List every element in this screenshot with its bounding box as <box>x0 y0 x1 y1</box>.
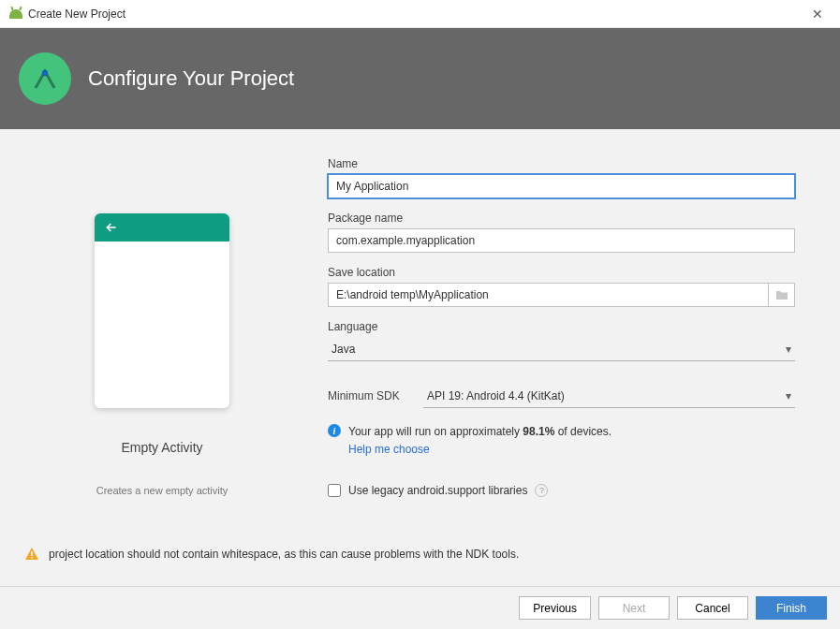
help-icon[interactable]: ? <box>535 484 548 497</box>
minsdk-value: API 19: Android 4.4 (KitKat) <box>427 389 565 402</box>
package-input[interactable] <box>328 228 795 253</box>
info-percentage: 98.1% <box>523 425 554 438</box>
browse-folder-button[interactable] <box>769 283 795 307</box>
warning-icon <box>24 547 39 562</box>
template-preview-panel: Empty Activity Creates a new empty activ… <box>45 157 279 537</box>
info-text-suffix: of devices. <box>554 425 612 438</box>
legacy-libraries-label: Use legacy android.support libraries <box>348 484 527 497</box>
name-label: Name <box>328 157 795 170</box>
button-bar: Previous Next Cancel Finish <box>0 586 840 629</box>
page-header: Configure Your Project <box>0 28 840 129</box>
close-icon[interactable]: ✕ <box>804 3 831 25</box>
phone-preview <box>95 213 229 408</box>
window-title: Create New Project <box>28 7 125 21</box>
help-me-choose-link[interactable]: Help me choose <box>348 441 612 458</box>
warning-message: project location should not contain whit… <box>0 547 840 586</box>
location-input[interactable] <box>328 283 769 307</box>
page-title: Configure Your Project <box>88 66 294 91</box>
titlebar: Create New Project ✕ <box>0 0 840 28</box>
location-label: Save location <box>328 266 795 279</box>
chevron-down-icon: ▾ <box>786 389 791 402</box>
svg-rect-1 <box>31 551 33 556</box>
minsdk-label: Minimum SDK <box>328 389 412 402</box>
chevron-down-icon: ▾ <box>786 343 791 356</box>
preview-appbar <box>95 213 229 241</box>
finish-button[interactable]: Finish <box>756 596 827 620</box>
language-value: Java <box>332 343 355 356</box>
folder-icon <box>775 289 788 300</box>
svg-point-0 <box>42 70 48 76</box>
minsdk-select[interactable]: API 19: Android 4.4 (KitKat) ▾ <box>423 384 795 408</box>
previous-button[interactable]: Previous <box>519 596 591 620</box>
cancel-button[interactable]: Cancel <box>677 596 748 620</box>
warning-text: project location should not contain whit… <box>49 548 519 561</box>
package-label: Package name <box>328 212 795 225</box>
device-coverage-info: i Your app will run on approximately 98.… <box>328 423 795 458</box>
template-name: Empty Activity <box>121 440 202 455</box>
template-description: Creates a new empty activity <box>96 485 228 496</box>
name-input[interactable] <box>328 174 795 198</box>
legacy-libraries-checkbox[interactable] <box>328 484 341 497</box>
android-icon <box>9 9 22 19</box>
info-text-prefix: Your app will run on approximately <box>348 425 523 438</box>
svg-rect-2 <box>31 557 33 559</box>
language-label: Language <box>328 320 795 333</box>
next-button: Next <box>598 596 670 620</box>
header-logo-icon <box>19 52 71 105</box>
info-icon: i <box>328 424 341 437</box>
back-arrow-icon <box>104 220 119 235</box>
form-panel: Name Package name Save location Language… <box>328 157 795 537</box>
language-select[interactable]: Java ▾ <box>328 337 795 361</box>
